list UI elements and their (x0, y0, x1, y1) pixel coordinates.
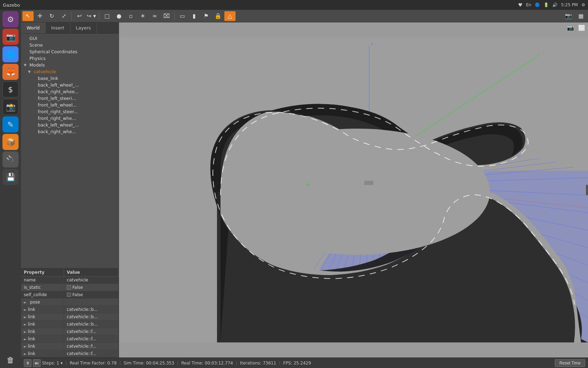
tree-view: GUI Scene Spherical Coordinates Physics … (21, 34, 119, 268)
prop-self-collide-value: False (64, 291, 118, 299)
tree-models[interactable]: ▼ Models (21, 62, 119, 68)
prop-name-row[interactable]: name catvehicle (21, 277, 119, 284)
prop-link-4-key: ► link (21, 328, 64, 335)
lock-button[interactable]: 🔒 (212, 11, 224, 21)
link6-arrow: ► (24, 345, 27, 348)
realtime2-label: Real Time: (181, 361, 203, 366)
prop-self-collide-key: self_collide (21, 291, 64, 299)
prop-pose-row[interactable]: ► pose (21, 299, 119, 306)
tree-gui[interactable]: GUI (21, 35, 119, 42)
tree-catvehicle[interactable]: ▼ catvehicle (21, 68, 119, 75)
sep-2 (99, 12, 99, 20)
screenshot-viewport-button[interactable]: 📷 (563, 11, 574, 21)
titlebar-right: ♥ En 🔵 🔋 🔊 5:25 PM ⚙ (518, 2, 585, 8)
svg-text:z: z (371, 42, 373, 46)
tab-layers[interactable]: Layers (70, 22, 97, 33)
link3-arrow: ► (24, 322, 27, 326)
value-col-header: Value (64, 268, 118, 277)
prop-pose-key: ► pose (21, 299, 64, 306)
tree-back-right-wheel[interactable]: back_right_whee... (21, 88, 119, 95)
dock-screenshot[interactable]: 📷 (2, 29, 19, 45)
tree-back-right-wheel-2[interactable]: back_right_whe... (21, 128, 119, 135)
dock-firefox[interactable]: 🦊 (2, 64, 19, 80)
undo-button[interactable]: ↩ (74, 11, 85, 21)
dock-vscode[interactable]: ✎ (2, 116, 19, 132)
steps-label: Steps: 1 (42, 361, 59, 366)
tree-front-right-steer[interactable]: front_right_steer... (21, 108, 119, 115)
steps-dropdown[interactable]: ▾ (61, 361, 63, 366)
sphere-shape-button[interactable]: ● (113, 11, 125, 21)
dock-chrome[interactable]: 🌐 (2, 46, 19, 62)
prop-link-7-value: catvehicle::f... (64, 350, 118, 357)
tree-scene[interactable]: Scene (21, 42, 119, 48)
tree-spherical-coords[interactable]: Spherical Coordinates (21, 48, 119, 55)
catvehicle-arrow: ▼ (28, 70, 32, 74)
box-shape-button[interactable]: □ (102, 11, 113, 21)
copy-button[interactable]: ▭ (177, 11, 188, 21)
dock-camera[interactable]: 📸 (2, 99, 19, 115)
panel-resize-handle[interactable] (586, 185, 588, 195)
paste-button[interactable]: ▮ (189, 11, 200, 21)
tree-physics[interactable]: Physics (21, 55, 119, 62)
spot-light-button[interactable]: ⌧ (161, 11, 172, 21)
prop-link-5-key: ► link (21, 335, 64, 343)
expand-button[interactable]: ▦ (575, 11, 587, 21)
is-static-checkbox[interactable] (67, 285, 71, 289)
properties-panel: Property Value name catvehicle is_static (21, 268, 119, 357)
step-button[interactable]: ⏭ (33, 359, 41, 367)
tree-front-right-wheel[interactable]: front_right_whe... (21, 115, 119, 122)
dock-trash[interactable]: 🗑 (2, 352, 19, 368)
tree-front-left-steering[interactable]: front_left_steeri... (21, 95, 119, 102)
cylinder-shape-button[interactable]: ▫ (125, 11, 136, 21)
tree-back-left-wheel-2[interactable]: back_left_wheel_... (21, 122, 119, 128)
realtime2-value: 00:03:12.774 (205, 361, 233, 366)
link4-arrow: ► (24, 330, 27, 334)
pose-expand-icon: ► (24, 300, 29, 304)
select-tool-button[interactable]: ↖ (22, 11, 34, 21)
pause-button[interactable]: ⏸ (24, 359, 31, 367)
prop-link-5-row[interactable]: ► link catvehicle::f... (21, 335, 119, 343)
prop-is-static-row[interactable]: is_static False (21, 284, 119, 291)
highlight-button[interactable]: △ (224, 11, 236, 21)
dock-terminal[interactable]: $ (2, 81, 19, 97)
iterations-label: Iterations: (240, 361, 261, 366)
prop-link-3-value: catvehicle::b... (64, 321, 118, 328)
prop-is-static-key: is_static (21, 284, 64, 291)
settings-icon: ⚙ (581, 2, 585, 7)
prop-self-collide-row[interactable]: self_collide False (21, 291, 119, 299)
tree-back-left-wheel-1[interactable]: back_left_wheel_... (21, 82, 119, 88)
dir-light-button[interactable]: ≈ (149, 11, 160, 21)
viewport[interactable]: z y x 📷 ⬜ (119, 22, 588, 357)
prop-link-3-row[interactable]: ► link catvehicle::b... (21, 321, 119, 328)
dock-usb[interactable]: 🔌 (2, 151, 19, 168)
prop-link-4-row[interactable]: ► link catvehicle::f... (21, 328, 119, 335)
viewport-expand-icon[interactable]: ⬜ (578, 25, 585, 31)
brw2-label: back_right_whe... (38, 129, 76, 134)
prop-link-2-row[interactable]: ► link catvehicle::b... (21, 313, 119, 321)
app-title: Gazebo (3, 2, 20, 8)
prop-link-6-row[interactable]: ► link catvehicle::f... (21, 343, 119, 350)
scale-tool-button[interactable]: ⤢ (58, 11, 69, 21)
prop-link-4-value: catvehicle::f... (64, 328, 118, 335)
prop-link-1-row[interactable]: ► link catvehicle::b... (21, 306, 119, 313)
dock-settings[interactable]: ⚙ (2, 11, 19, 27)
tab-insert[interactable]: Insert (46, 22, 70, 33)
flag-button[interactable]: ⚑ (201, 11, 212, 21)
rotate-tool-button[interactable]: ↻ (46, 11, 57, 21)
point-light-button[interactable]: ☀ (137, 11, 148, 21)
translate-tool-button[interactable]: ✛ (34, 11, 46, 21)
tab-world[interactable]: World (21, 22, 46, 33)
tree-base-link[interactable]: base_link (21, 75, 119, 82)
redo-button[interactable]: ↪ ▾ (86, 11, 97, 21)
viewport-screenshot-icon[interactable]: 📷 (567, 25, 574, 31)
panel-tabs: World Insert Layers (21, 22, 119, 34)
reset-time-button[interactable]: Reset Time (555, 359, 585, 367)
tree-front-left-wheel[interactable]: front_left_wheel... (21, 102, 119, 108)
dock-usb2[interactable]: 💾 (2, 169, 19, 185)
dock-orangebox[interactable]: 📦 (2, 134, 19, 150)
realtime-value: 0.78 (107, 361, 117, 366)
realtime-label: Real Time Factor: (70, 361, 106, 366)
svg-text:y: y (542, 50, 545, 54)
prop-link-7-row[interactable]: ► link catvehicle::f... (21, 350, 119, 357)
self-collide-checkbox[interactable] (67, 293, 71, 297)
